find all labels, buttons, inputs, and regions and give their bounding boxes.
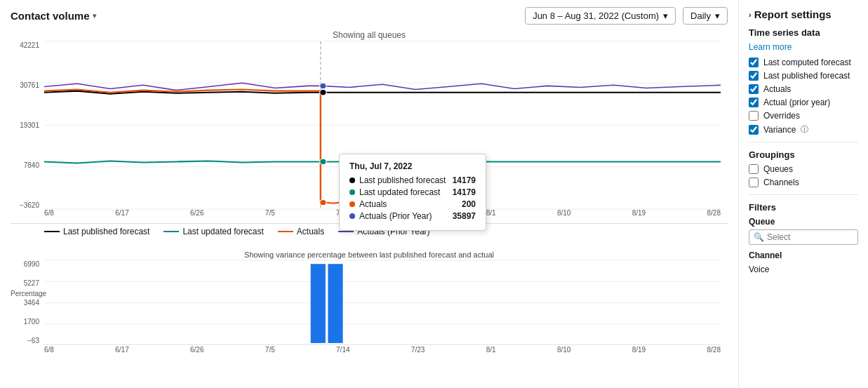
granularity-label: Daily: [690, 11, 711, 21]
date-range-label: Jun 8 – Aug 31, 2022 (Custom): [533, 11, 659, 21]
checkbox-actuals-label: Actuals: [763, 84, 791, 94]
checkbox-channels-label: Channels: [763, 178, 799, 187]
groupings-section-title: Groupings: [749, 149, 858, 160]
legend-line-prior: [338, 231, 354, 232]
sidebar: › Report settings Time series data Learn…: [738, 0, 868, 388]
legend-line-published: [44, 231, 60, 232]
chart-plot: Thu, Jul 7, 2022 Last published forecast…: [44, 41, 721, 209]
tooltip-row-1: Last published forecast 14179: [349, 175, 476, 185]
legend-label-published: Last published forecast: [63, 227, 149, 236]
checkbox-variance[interactable]: Variance ⓘ: [749, 124, 858, 135]
tooltip-val-published: 14179: [453, 175, 476, 185]
checkbox-published-label: Last published forecast: [763, 71, 850, 81]
divider-1: [749, 142, 858, 142]
svg-point-9: [320, 83, 326, 88]
percentage-label: Percentage: [11, 290, 46, 297]
svg-point-7: [320, 159, 326, 164]
tooltip-val-prior: 35897: [453, 211, 476, 221]
tooltip-row-4: Actuals (Prior Year) 35897: [349, 211, 476, 221]
main-content: Contact volume ▾ Jun 8 – Aug 31, 2022 (C…: [0, 0, 738, 388]
checkbox-published-input[interactable]: [749, 71, 759, 81]
page-title[interactable]: Contact volume ▾: [11, 10, 96, 22]
checkbox-prior-input[interactable]: [749, 98, 759, 107]
divider-2: [749, 194, 858, 195]
channel-value: Voice: [749, 263, 858, 276]
sidebar-title-text: Report settings: [754, 8, 832, 20]
tooltip-date: Thu, Jul 7, 2022: [349, 161, 476, 171]
checkbox-variance-label: Variance: [763, 125, 796, 135]
checkbox-channels-input[interactable]: [749, 178, 759, 187]
checkbox-prior-year[interactable]: Actual (prior year): [749, 98, 858, 107]
variance-x-axis: 6/8 6/17 6/26 7/5 7/14 7/23 8/1 8/10 8/1…: [44, 346, 721, 359]
title-dropdown-arrow[interactable]: ▾: [93, 12, 96, 20]
variance-y-axis: 6990 5227 3464 1700 −63: [11, 260, 42, 344]
tooltip-dot-updated: [349, 189, 355, 195]
svg-point-8: [320, 199, 326, 205]
queues-label: Showing all queues: [11, 30, 728, 40]
main-chart-container: 42221 30761 19301 7840 −3620: [11, 41, 728, 224]
legend-item-updated: Last updated forecast: [163, 227, 263, 236]
variance-section: Showing variance percentage between last…: [11, 250, 728, 373]
legend-item-published: Last published forecast: [44, 227, 149, 236]
date-range-arrow: ▾: [663, 11, 668, 21]
checkbox-actuals[interactable]: Actuals: [749, 84, 858, 94]
main-chart-area: 42221 30761 19301 7840 −3620: [11, 41, 728, 245]
sidebar-chevron: ›: [749, 11, 752, 19]
learn-more-link[interactable]: Learn more: [749, 42, 858, 52]
queue-label: Queue: [749, 217, 858, 227]
channel-label: Channel: [749, 250, 858, 260]
svg-point-6: [320, 90, 326, 95]
legend-line-updated: [163, 231, 179, 232]
tooltip-dot-prior: [349, 213, 355, 219]
queue-search-input[interactable]: [767, 232, 853, 242]
checkbox-computed-label: Last computed forecast: [763, 58, 851, 67]
tooltip-val-updated: 14179: [453, 187, 476, 197]
variance-chart-plot: [44, 260, 721, 344]
date-range-selector[interactable]: Jun 8 – Aug 31, 2022 (Custom) ▾: [525, 7, 676, 25]
queue-search-box[interactable]: 🔍: [749, 229, 858, 245]
svg-rect-16: [328, 264, 342, 343]
legend-label-updated: Last updated forecast: [182, 227, 263, 236]
checkbox-queues-input[interactable]: [749, 164, 759, 174]
checkbox-channels[interactable]: Channels: [749, 178, 858, 187]
tooltip-label-actuals: Actuals: [359, 199, 458, 209]
checkbox-prior-label: Actual (prior year): [763, 98, 830, 107]
chart-tooltip: Thu, Jul 7, 2022 Last published forecast…: [339, 154, 486, 231]
tooltip-label-updated: Last updated forecast: [359, 187, 448, 197]
checkbox-computed[interactable]: Last computed forecast: [749, 58, 858, 67]
checkbox-computed-input[interactable]: [749, 58, 759, 67]
tooltip-row-3: Actuals 200: [349, 199, 476, 209]
search-icon: 🔍: [754, 232, 764, 242]
checkbox-published[interactable]: Last published forecast: [749, 71, 858, 81]
header-bar: Contact volume ▾ Jun 8 – Aug 31, 2022 (C…: [11, 7, 728, 25]
tooltip-row-2: Last updated forecast 14179: [349, 187, 476, 197]
time-series-section-title: Time series data: [749, 27, 858, 38]
checkbox-overrides[interactable]: Overrides: [749, 111, 858, 121]
legend-line-actuals: [278, 231, 293, 232]
checkbox-variance-input[interactable]: [749, 125, 759, 135]
variance-title: Showing variance percentage between last…: [11, 250, 728, 259]
sidebar-title: › Report settings: [749, 8, 858, 20]
checkbox-queues-label: Queues: [763, 164, 793, 174]
tooltip-dot-published: [349, 178, 355, 183]
legend-label-actuals: Actuals: [297, 227, 324, 236]
checkbox-overrides-label: Overrides: [763, 111, 800, 121]
title-text: Contact volume: [11, 10, 90, 22]
svg-rect-15: [311, 264, 326, 343]
checkbox-overrides-input[interactable]: [749, 111, 759, 121]
checkbox-queues[interactable]: Queues: [749, 164, 858, 174]
granularity-selector[interactable]: Daily ▾: [683, 7, 728, 25]
granularity-arrow: ▾: [715, 11, 720, 21]
variance-info-icon[interactable]: ⓘ: [801, 124, 808, 135]
tooltip-label-published: Last published forecast: [359, 175, 448, 185]
filters-section-title: Filters: [749, 202, 858, 213]
y-axis-labels: 42221 30761 19301 7840 −3620: [11, 41, 42, 209]
tooltip-label-prior: Actuals (Prior Year): [359, 211, 448, 221]
tooltip-val-actuals: 200: [462, 199, 476, 209]
tooltip-dot-actuals: [349, 201, 355, 207]
legend-item-actuals: Actuals: [278, 227, 324, 236]
checkbox-actuals-input[interactable]: [749, 84, 759, 94]
